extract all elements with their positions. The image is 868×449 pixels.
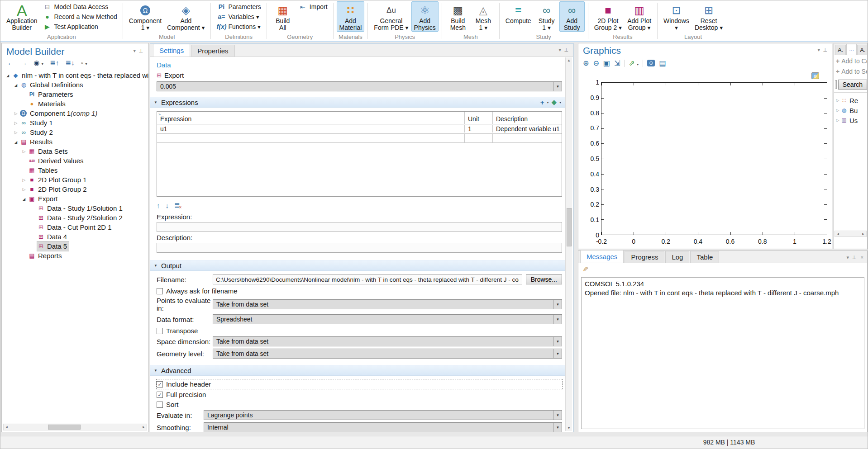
scroll-up-icon[interactable]: ▴ [566, 57, 572, 63]
tree-item[interactable]: ⊞ Data - Study 1/Solution 1 [2, 203, 148, 213]
pin-icon[interactable]: ⊥ [564, 47, 568, 53]
tree-item[interactable]: ⊞ Data 4 [2, 232, 148, 241]
chevron-down-icon[interactable]: ▾ [559, 100, 561, 104]
application-builder-button[interactable]: A Application Builder [4, 1, 40, 32]
tree-item[interactable]: ▣ Export [2, 194, 148, 203]
tree-item[interactable]: ⊞ Data - Cut Point 2D 1 [2, 222, 148, 232]
parameters-button[interactable]: Pi Parameters [214, 2, 263, 12]
output-section-header[interactable]: ▼ Output [150, 260, 566, 271]
close-icon[interactable]: × [861, 255, 863, 260]
build-mesh-button[interactable]: ▩ Build Mesh [445, 1, 471, 32]
transpose-checkbox[interactable]: Transpose [157, 326, 562, 335]
tree-item[interactable]: ▤ Reports [2, 251, 148, 260]
variables-button[interactable]: a= Variables ▾ [214, 12, 263, 22]
add-plot-group-button[interactable]: ▥ Add Plot Group ▾ [625, 1, 654, 32]
scroll-left-icon[interactable]: ◂ [835, 231, 841, 237]
messages-log[interactable]: COMSOL 5.1.0.234Opened file: nlm - with … [581, 277, 864, 429]
dock-tab-active[interactable]: ... [846, 44, 857, 55]
compute-button[interactable]: = Compute [503, 1, 534, 25]
study1-button[interactable]: ∞ Study 1 ▾ [534, 1, 559, 32]
panel-menu-icon[interactable]: ▾ [558, 47, 561, 53]
search-button[interactable]: Search [838, 80, 867, 90]
add-component-button[interactable]: ◈ Add Component ▾ [164, 1, 207, 32]
tree-expander-icon[interactable] [4, 73, 12, 78]
expressions-section-header[interactable]: ▼ Expressions + ▾ ◆ ▾ [150, 97, 566, 108]
filename-input[interactable] [213, 274, 522, 284]
pin-icon[interactable]: ⊥ [852, 255, 856, 260]
tree-item[interactable]: ▦ Data Sets [2, 147, 148, 156]
tree-expander-icon[interactable] [20, 197, 28, 201]
space-dimension-select[interactable]: Take from data set ▾ [213, 336, 562, 346]
dock-tab[interactable]: A. [857, 45, 868, 55]
tree-item[interactable]: ▤ Results [2, 137, 148, 147]
geometry-level-select[interactable]: Take from data set ▾ [213, 349, 562, 359]
functions-button[interactable]: f(x) Functions ▾ [214, 22, 263, 32]
tree-expander-icon[interactable] [835, 98, 840, 103]
panel-menu-icon[interactable]: ▾ [817, 47, 820, 53]
import-button[interactable]: ⇤ Import [296, 2, 330, 12]
tree-expander-icon[interactable] [20, 187, 28, 192]
tree-item[interactable]: ▦ Tables [2, 165, 148, 175]
material-search-input[interactable] [835, 80, 837, 89]
full-precision-checkbox[interactable]: ✓ Full precision [157, 390, 562, 399]
scroll-right-icon[interactable]: ▸ [141, 424, 147, 430]
tree-item[interactable]: 8.85 Derived Values [2, 156, 148, 165]
material-tree-item[interactable]: ▥ Us [834, 115, 867, 125]
forward-icon[interactable]: → [20, 59, 27, 66]
add-to-selection-button[interactable]: + Add to Sel [834, 67, 867, 76]
axis-orientation-icon[interactable]: ⇗ ▾ [629, 59, 639, 67]
model-builder-hscrollbar[interactable]: ◂ ▸ [3, 424, 147, 430]
settings-vscrollbar[interactable]: ▴ ▾ [565, 57, 572, 431]
scroll-right-icon[interactable]: ▸ [860, 231, 866, 237]
sort-checkbox[interactable]: Sort [157, 400, 562, 409]
scrollbar-thumb[interactable] [567, 208, 572, 246]
windows-button[interactable]: ⊡ Windows ▾ [661, 1, 692, 32]
tab-messages[interactable]: Messages [580, 250, 624, 263]
scrollbar-thumb[interactable] [48, 425, 81, 430]
evaluate-in-select[interactable]: Lagrange points ▾ [204, 410, 562, 420]
move-up-icon[interactable]: ↑ [157, 202, 160, 209]
data-set-select[interactable]: 0.005 ▾ [157, 81, 562, 91]
tree-item[interactable]: ∞ Study 2 [2, 128, 148, 137]
mesh1-button[interactable]: ◬ Mesh 1 ▾ [471, 1, 496, 32]
add-to-component-button[interactable]: + Add to Co [834, 57, 867, 66]
expression-input[interactable] [157, 222, 562, 232]
tab-properties[interactable]: Properties [191, 45, 234, 57]
points-to-evaluate-select[interactable]: Take from data set ▾ [213, 299, 562, 309]
add-expression-icon[interactable]: + [540, 99, 544, 106]
tree-expander-icon[interactable] [12, 140, 20, 144]
general-form-pde-button[interactable]: Δu General Form PDE ▾ [371, 1, 411, 32]
pin-icon[interactable]: ⊥ [823, 47, 827, 53]
browse-button[interactable]: Browse... [526, 274, 562, 284]
tree-item[interactable]: ■ 2D Plot Group 2 [2, 184, 148, 194]
tab-progress[interactable]: Progress [625, 251, 664, 263]
panel-menu-icon[interactable]: ▾ [133, 48, 136, 54]
tree-item[interactable]: ◆ nlm - with T in cont eqs - theta repla… [2, 71, 148, 80]
plot-group-2-button[interactable]: ■ 2D Plot Group 2 ▾ [591, 1, 625, 32]
smoothing-select[interactable]: Internal ▾ [204, 422, 562, 432]
material-tree-item[interactable]: ◍ Bu [834, 105, 867, 115]
build-all-button[interactable]: ▦ Build All [270, 1, 296, 32]
always-ask-checkbox[interactable]: Always ask for filename [157, 287, 562, 295]
move-down-icon[interactable]: ↓ [166, 202, 169, 209]
include-header-checkbox[interactable]: ✓ Include header [157, 379, 562, 389]
component1-button[interactable]: Ω Component 1 ▾ [126, 1, 164, 32]
back-icon[interactable]: ← [7, 59, 14, 66]
scroll-left-icon[interactable]: ◂ [4, 424, 10, 430]
tree-item[interactable]: Pi Parameters [2, 90, 148, 99]
chevron-down-icon[interactable]: ▾ [547, 100, 548, 104]
record-new-method-button[interactable]: ● Record a New Method [40, 12, 119, 22]
table-row[interactable]: u1 1 Dependent variable u1 [157, 124, 562, 134]
tree-expander-icon[interactable] [20, 178, 28, 182]
tree-expander-icon[interactable] [12, 130, 20, 135]
panel-menu-icon[interactable]: ▾ [846, 255, 849, 260]
tree-expander-icon[interactable] [12, 111, 20, 116]
add-study-button[interactable]: ∞ Add Study [559, 1, 585, 32]
tree-expander-icon[interactable] [835, 108, 840, 113]
expand-all-icon[interactable]: ≣↓ [66, 59, 75, 67]
material-tree-item[interactable]: ∷ Re [834, 95, 867, 105]
tree-item[interactable]: ■ 2D Plot Group 1 [2, 175, 148, 184]
tree-item[interactable]: ⊞ Data - Study 2/Solution 2 [2, 213, 148, 222]
tree-expander-icon[interactable] [12, 121, 20, 125]
tree-expander-icon[interactable] [20, 149, 28, 154]
